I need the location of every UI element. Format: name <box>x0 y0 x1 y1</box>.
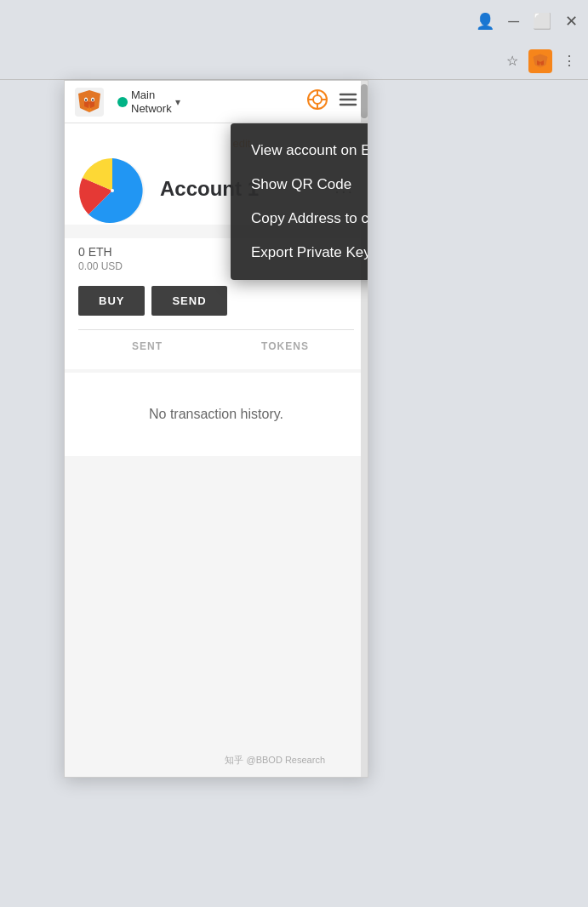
network-dropdown-icon: ▾ <box>175 96 180 108</box>
close-button[interactable]: ✕ <box>565 12 578 31</box>
metamask-logo <box>75 88 104 117</box>
chrome-window: 👤 ─ ⬜ ✕ ☆ ⋮ <box>0 0 588 907</box>
tab-navigation: SENT TOKENS <box>78 329 354 356</box>
metamask-popup: Main Network ▾ <box>64 80 368 778</box>
svg-point-18 <box>313 95 322 104</box>
dropdown-item-qr[interactable]: Show QR Code <box>231 168 368 202</box>
account-dropdown-menu: View account on Etherscan Show QR Code C… <box>231 123 368 280</box>
dropdown-item-copy-address[interactable]: Copy Address to clipboard <box>231 202 368 236</box>
send-button[interactable]: SEND <box>151 286 226 316</box>
network-status-dot <box>117 97 128 107</box>
minimize-button[interactable]: ─ <box>508 13 519 31</box>
dropdown-item-etherscan[interactable]: View account on Etherscan <box>231 134 368 168</box>
mm-header-right <box>306 88 357 116</box>
buy-button[interactable]: BUY <box>78 286 145 316</box>
profile-icon[interactable]: 👤 <box>476 12 494 31</box>
maximize-button[interactable]: ⬜ <box>533 12 551 31</box>
empty-state-text: No transaction history. <box>149 407 283 421</box>
chrome-toolbar: ☆ ⋮ <box>0 43 588 80</box>
account-avatar <box>78 157 146 225</box>
hamburger-menu-icon[interactable] <box>339 90 357 114</box>
metamask-extension-icon[interactable] <box>528 49 552 73</box>
network-label-bottom: Network <box>131 102 172 116</box>
tab-tokens[interactable]: TOKENS <box>216 337 354 356</box>
network-label: Main Network <box>131 88 172 115</box>
toolbar-right: ☆ ⋮ <box>503 49 579 73</box>
dropdown-item-export-key[interactable]: Export Private Key <box>231 236 368 270</box>
tab-sent[interactable]: SENT <box>78 337 216 356</box>
support-icon[interactable] <box>306 88 328 116</box>
chrome-titlebar: 👤 ─ ⬜ ✕ <box>0 0 588 43</box>
more-menu-icon[interactable]: ⋮ <box>559 49 579 72</box>
svg-point-16 <box>92 99 94 100</box>
scrollbar-thumb <box>361 84 368 118</box>
svg-point-27 <box>111 189 114 192</box>
mm-header: Main Network ▾ <box>65 81 368 123</box>
network-selector[interactable]: Main Network ▾ <box>111 85 187 118</box>
action-buttons: BUY SEND <box>78 286 354 316</box>
network-label-top: Main <box>131 88 172 102</box>
no-transaction-message: No transaction history. <box>65 373 368 456</box>
watermark: 知乎 @BBOD Research <box>225 754 325 767</box>
bookmark-icon[interactable]: ☆ <box>503 49 522 72</box>
svg-point-15 <box>85 99 87 100</box>
